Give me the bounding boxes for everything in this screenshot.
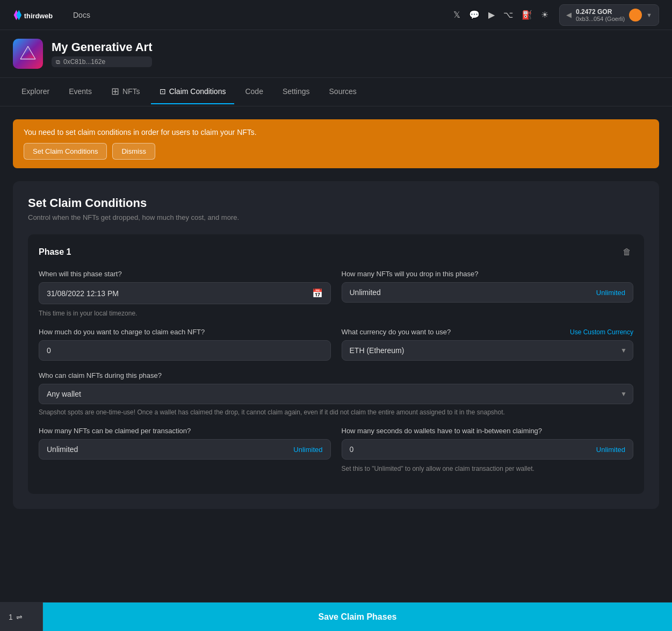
drop-count-label: How many NFTs will you drop in this phas… bbox=[342, 270, 634, 278]
tab-settings[interactable]: Settings bbox=[274, 80, 319, 104]
who-claim-group: Who can claim NFTs during this phase? An… bbox=[39, 371, 633, 404]
start-date-input-wrap: 📅 bbox=[39, 282, 331, 304]
wallet-chevron-icon: ▼ bbox=[646, 12, 652, 18]
per-tx-badge: Unlimited bbox=[293, 446, 322, 454]
copy-icon: ⧉ bbox=[56, 59, 60, 66]
save-claim-phases-button[interactable]: Save Claim Phases bbox=[43, 603, 672, 631]
wait-hint: Set this to "Unlimited" to only allow on… bbox=[342, 465, 634, 472]
card-subtitle: Control when the NFTs get dropped, how m… bbox=[28, 213, 644, 221]
wait-seconds-input-wrap: Unlimited bbox=[342, 439, 634, 460]
tab-navigation: Explorer Events ⊞ NFTs ⊡ Claim Condition… bbox=[0, 78, 672, 106]
who-claim-label: Who can claim NFTs during this phase? bbox=[39, 371, 633, 379]
currency-group: What currency do you want to use? Use Cu… bbox=[342, 328, 634, 361]
project-name: My Generative Art bbox=[52, 40, 152, 54]
phase-title: Phase 1 bbox=[39, 247, 71, 257]
set-claim-conditions-button[interactable]: Set Claim Conditions bbox=[24, 143, 107, 160]
set-claim-conditions-card: Set Claim Conditions Control when the NF… bbox=[13, 181, 659, 509]
main-content: You need to set claim conditions in orde… bbox=[0, 106, 672, 535]
phase-header: Phase 1 🗑 bbox=[39, 245, 633, 259]
drop-count-input-wrap: Unlimited bbox=[342, 282, 634, 303]
project-header: My Generative Art ⧉ 0xC81b...162e bbox=[0, 30, 672, 78]
theme-icon[interactable]: ☀ bbox=[541, 10, 548, 20]
card-title: Set Claim Conditions bbox=[28, 196, 644, 210]
wallet-arrow-left: ◀ bbox=[566, 11, 572, 19]
tab-events[interactable]: Events bbox=[60, 80, 100, 104]
start-date-input[interactable] bbox=[47, 289, 312, 298]
who-claim-select-wrap: Any wallet ▼ bbox=[39, 384, 633, 404]
wait-badge: Unlimited bbox=[596, 446, 625, 454]
wait-seconds-group: How many seconds do wallets have to wait… bbox=[342, 427, 634, 472]
tab-nfts[interactable]: ⊞ NFTs bbox=[103, 78, 149, 106]
docs-link[interactable]: Docs bbox=[73, 11, 90, 19]
dismiss-button[interactable]: Dismiss bbox=[112, 143, 155, 160]
project-info: My Generative Art ⧉ 0xC81b...162e bbox=[52, 40, 152, 67]
discord-icon[interactable]: 💬 bbox=[469, 10, 480, 20]
drop-count-input[interactable] bbox=[350, 288, 596, 297]
youtube-icon[interactable]: ▶ bbox=[488, 10, 495, 20]
github-icon[interactable]: ⌥ bbox=[503, 10, 513, 20]
delete-phase-button[interactable]: 🗑 bbox=[620, 245, 633, 259]
per-tx-group: How many NFTs can be claimed per transac… bbox=[39, 427, 331, 472]
charge-label: How much do you want to charge to claim … bbox=[39, 328, 331, 336]
claim-conditions-icon: ⊡ bbox=[160, 87, 166, 96]
phase-counter: 1 ⇌ bbox=[0, 603, 43, 631]
currency-label-row: What currency do you want to use? Use Cu… bbox=[342, 328, 634, 336]
wait-seconds-input[interactable] bbox=[350, 445, 596, 454]
per-tx-label: How many NFTs can be claimed per transac… bbox=[39, 427, 331, 435]
phase-1-card: Phase 1 🗑 When will this phase start? 📅 … bbox=[28, 234, 644, 494]
wallet-address: 0xb3...054 (Goerli) bbox=[576, 16, 625, 22]
banner-actions: Set Claim Conditions Dismiss bbox=[24, 143, 648, 160]
currency-label: What currency do you want to use? bbox=[342, 328, 451, 336]
claim-conditions-banner: You need to set claim conditions in orde… bbox=[13, 119, 659, 168]
charge-input[interactable] bbox=[39, 340, 331, 361]
form-row-4: How many NFTs can be claimed per transac… bbox=[39, 427, 633, 472]
currency-select-wrap: ETH (Ethereum) ▼ bbox=[342, 340, 634, 361]
wallet-balance: 0.2472 GOR bbox=[576, 8, 612, 16]
drop-count-group: How many NFTs will you drop in this phas… bbox=[342, 270, 634, 317]
project-icon bbox=[13, 39, 43, 69]
start-date-group: When will this phase start? 📅 This time … bbox=[39, 270, 331, 317]
currency-select[interactable]: ETH (Ethereum) bbox=[342, 340, 634, 361]
svg-text:thirdweb: thirdweb bbox=[24, 11, 53, 19]
snapshot-hint: Snapshot spots are one-time-use! Once a … bbox=[39, 408, 633, 416]
who-claim-select[interactable]: Any wallet bbox=[39, 384, 633, 404]
tab-explorer[interactable]: Explorer bbox=[13, 80, 58, 104]
form-row-3: Who can claim NFTs during this phase? An… bbox=[39, 371, 633, 416]
logo[interactable]: thirdweb bbox=[13, 7, 56, 23]
start-date-label: When will this phase start? bbox=[39, 270, 331, 278]
start-date-hint: This time is in your local timezone. bbox=[39, 310, 331, 317]
social-icons: 𝕏 💬 ▶ ⌥ ⛽ ☀ bbox=[453, 10, 548, 20]
drop-unlimited-badge: Unlimited bbox=[596, 289, 625, 297]
nav-links: Docs bbox=[73, 11, 90, 19]
form-row-2: How much do you want to charge to claim … bbox=[39, 328, 633, 361]
bottom-bar: 1 ⇌ Save Claim Phases bbox=[0, 602, 672, 631]
twitter-icon[interactable]: 𝕏 bbox=[453, 10, 460, 20]
calendar-icon: 📅 bbox=[312, 288, 323, 298]
nfts-grid-icon: ⊞ bbox=[111, 85, 119, 97]
per-tx-input[interactable] bbox=[47, 445, 293, 454]
swap-icon: ⇌ bbox=[16, 613, 23, 621]
banner-message: You need to set claim conditions in orde… bbox=[24, 128, 648, 137]
svg-marker-2 bbox=[21, 48, 34, 58]
tab-claim-conditions[interactable]: ⊡ Claim Conditions bbox=[151, 80, 235, 104]
wallet-button[interactable]: ◀ 0.2472 GOR 0xb3...054 (Goerli) ▼ bbox=[559, 4, 659, 26]
use-custom-currency-link[interactable]: Use Custom Currency bbox=[570, 328, 633, 336]
tab-sources[interactable]: Sources bbox=[321, 80, 365, 104]
tab-code[interactable]: Code bbox=[236, 80, 271, 104]
form-row-1: When will this phase start? 📅 This time … bbox=[39, 270, 633, 317]
per-tx-input-wrap: Unlimited bbox=[39, 439, 331, 460]
wait-seconds-label: How many seconds do wallets have to wait… bbox=[342, 427, 634, 435]
charge-group: How much do you want to charge to claim … bbox=[39, 328, 331, 361]
metamask-fox-icon bbox=[629, 9, 642, 21]
top-navigation: thirdweb Docs 𝕏 💬 ▶ ⌥ ⛽ ☀ ◀ 0.2472 GOR 0… bbox=[0, 0, 672, 30]
bookmark-icon[interactable]: ⛽ bbox=[522, 10, 532, 20]
project-address[interactable]: ⧉ 0xC81b...162e bbox=[52, 56, 152, 67]
phase-count: 1 bbox=[9, 613, 13, 621]
